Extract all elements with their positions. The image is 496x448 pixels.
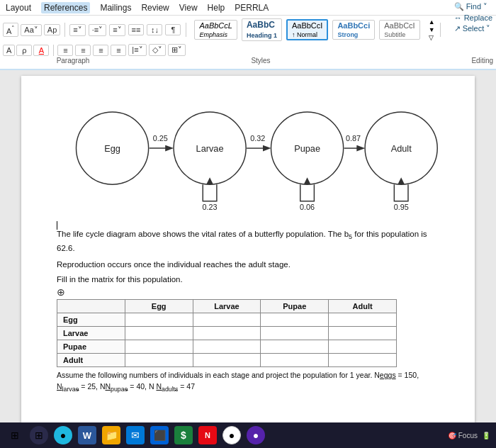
find-replace-area: 🔍 Find ˅ ↔ Replace ↗ Select ˅ [452,1,495,34]
menu-bar: Layout References Mailings Review View H… [0,0,496,16]
styles-scroll[interactable]: ▲ ▼ ▽ [429,18,435,41]
taskbar-app-icon[interactable]: ● [247,426,265,444]
style-heading1[interactable]: AaBbC Heading 1 [242,18,282,41]
header-adult: Adult [329,300,397,313]
ribbon-separator [186,23,186,37]
border-btn[interactable]: ⊞˅ [168,44,186,56]
menu-view[interactable]: View [179,3,198,13]
indent-right[interactable]: |≡˅ [128,44,146,56]
taskbar-mail-icon[interactable]: ✉ [126,426,145,444]
align-right[interactable]: ≡ [93,45,108,56]
menu-references[interactable]: References [41,2,90,13]
styles-area: AaBbCcL Emphasis AaBbC Heading 1 AaBbCcI… [194,18,434,41]
align-left[interactable]: ≡ [57,45,73,56]
header-empty [57,300,125,313]
assume-sub4: adults [162,382,178,391]
assume-text: Assume the following numbers of individu… [57,370,446,394]
para-btn[interactable]: ¶ [165,24,181,35]
matrix-label: Fill in the matrix for this population. [57,275,446,284]
cell-adult-egg[interactable] [125,354,193,367]
rate-larvae-pupae: 0.32 [250,134,265,142]
rate-pupae-adult: 0.87 [346,134,361,142]
taskbar-dollar-icon[interactable]: $ [174,426,193,444]
taskbar-netflix-icon[interactable]: N [198,426,217,444]
assume-sub2: larvae [62,382,79,391]
style-h1-label: AaBbC [247,20,275,30]
cell-egg-egg[interactable] [125,313,193,327]
cell-egg-adult[interactable] [329,313,397,327]
focus-label: 🎯 Focus [448,432,478,439]
header-larvae: Larvae [193,300,261,313]
cell-pupae-adult[interactable] [329,340,397,354]
font-p-btn[interactable]: ρ [16,45,32,56]
replace-button[interactable]: ↔ Replace [452,13,495,23]
cell-adult-adult[interactable] [329,354,397,367]
taskbar-files-icon[interactable]: 📁 [102,426,120,444]
align-center[interactable]: ≡ [75,45,91,56]
taskbar-box-icon[interactable]: ⬛ [150,426,169,444]
find-label: Find ˅ [466,2,487,11]
egg-label: Egg [104,143,120,154]
lifecycle-diagram: Egg Larvae Pupae Adult 0.25 [57,90,446,214]
ribbon-labels: Paragraph Styles Editing [3,56,493,66]
cell-egg-pupae[interactable] [261,313,329,327]
cell-larvae-pupae[interactable] [261,327,329,340]
menu-review[interactable]: Review [141,3,169,13]
style-subtitle-name: Subtitle [384,31,405,38]
select-icon: ↗ [454,24,461,33]
style-strong[interactable]: AaBbCci Strong [332,20,375,40]
menu-help[interactable]: Help [208,3,225,13]
list-btn-3[interactable]: ≡˅ [109,24,125,36]
style-emphasis-label: AaBbCcL [199,21,232,30]
find-button[interactable]: 🔍 Find ˅ [452,1,495,12]
align-justify[interactable]: ≡ [111,45,126,56]
row-label-larvae: Larvae [57,327,125,340]
cell-pupae-larvae[interactable] [193,340,261,354]
assume-sub1: eggs [380,371,396,379]
list-btn-2[interactable]: ·≡˅ [89,24,106,36]
font-size-up[interactable]: A˄ [3,23,18,37]
replace-icon: ↔ [454,13,462,22]
indent-btn[interactable]: ≡≡ [128,24,145,35]
cell-egg-larvae[interactable] [193,313,261,327]
cell-adult-larvae[interactable] [193,354,261,367]
rate-down-larvae: 0.23 [203,203,218,211]
taskbar-chrome-icon[interactable]: ● [222,426,241,444]
cursor-line [57,220,446,227]
taskbar-right: 🎯 Focus 🔋 [448,432,490,439]
sort-btn[interactable]: ↕↓ [147,24,162,35]
assume-val4: = 47 [178,382,195,391]
menu-layout[interactable]: Layout [6,3,31,13]
select-button[interactable]: ↗ Select ˅ [452,23,495,34]
taskbar-windows-icon[interactable]: ⊞ [6,426,24,444]
cell-pupae-pupae[interactable] [261,340,329,354]
taskbar-search-icon[interactable]: ⊞ [30,426,48,444]
assume-sub3-n: N [106,382,111,391]
font-name-btn[interactable]: A [3,45,15,56]
cell-larvae-egg[interactable] [125,327,193,340]
taskbar-edge-icon[interactable]: ● [54,426,72,444]
assume-sub3: pupae [111,382,128,391]
header-pupae: Pupae [261,300,329,313]
taskbar-word-icon[interactable]: W [78,426,96,444]
cell-pupae-egg[interactable] [125,340,193,354]
menu-perrla[interactable]: PERRLA [235,3,269,13]
cell-larvae-larvae[interactable] [193,327,261,340]
font-a-underline[interactable]: A [33,45,49,56]
menu-mailings[interactable]: Mailings [100,3,131,13]
list-btn-1[interactable]: ≡˅ [69,24,85,36]
shading-btn[interactable]: ◇˅ [149,44,166,56]
font-ap[interactable]: Ap [44,24,60,35]
style-normal[interactable]: AaBbCcI ↑ Normal [286,19,328,40]
cell-larvae-adult[interactable] [329,327,397,340]
font-aa[interactable]: Aa˅ [21,24,41,36]
down-arrow-larvae [203,184,217,201]
style-emphasis[interactable]: AaBbCcL Emphasis [194,20,237,40]
style-subtitle-label: AaBbCcI [384,21,415,30]
cell-adult-pupae[interactable] [261,354,329,367]
ribbon-label-paragraph: Paragraph [6,57,140,65]
style-subtitle[interactable]: AaBbCcI Subtitle [379,20,419,40]
adult-label: Adult [391,143,412,154]
focus-icon: 🎯 [448,432,456,439]
font-group: A˄ Aa˅ Ap [3,23,65,37]
